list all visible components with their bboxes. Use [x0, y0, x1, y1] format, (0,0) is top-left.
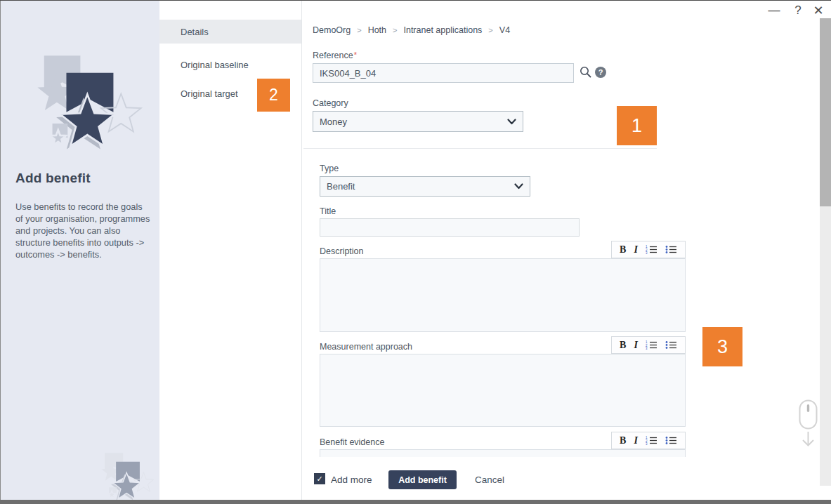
step-badge-1: 1	[617, 106, 657, 145]
close-button[interactable]: ✕	[809, 2, 827, 19]
measurement-approach-textarea[interactable]	[320, 354, 686, 427]
help-icon: ?	[794, 4, 801, 18]
footer-bar	[303, 457, 820, 500]
add-more-checkbox[interactable]: ✓	[314, 473, 325, 484]
benefit-evidence-toolbar: B I 1 2 3	[611, 432, 686, 449]
mouse-scroll-icon	[799, 399, 818, 430]
description-textarea[interactable]	[320, 258, 686, 332]
scrollbar-thumb[interactable]	[820, 18, 831, 206]
minimize-button[interactable]: —	[765, 2, 783, 19]
add-benefit-dialog: Add benefit Use benefits to record the g…	[0, 0, 831, 504]
type-select[interactable]: Benefit	[320, 176, 530, 197]
dialog-title: Add benefit	[15, 171, 91, 186]
minimize-icon: —	[768, 4, 780, 18]
svg-text:3: 3	[646, 347, 648, 350]
bold-button[interactable]: B	[620, 340, 626, 351]
bullet-list-button[interactable]	[665, 340, 677, 350]
type-selected-value: Benefit	[327, 181, 355, 192]
window-left-border	[0, 1, 1, 500]
italic-button[interactable]: I	[634, 435, 637, 446]
description-toolbar: B I 1 2 3	[611, 241, 686, 258]
dialog-nav-panel: Details Original baseline Original targe…	[159, 1, 302, 500]
window-bottom-border	[0, 500, 831, 504]
nav-item-label: Original baseline	[181, 60, 249, 70]
bullet-list-button[interactable]	[665, 245, 677, 254]
ordered-list-button[interactable]: 1 2 3	[646, 340, 657, 350]
measurement-approach-label: Measurement approach	[320, 342, 412, 352]
nav-item-label: Original target	[181, 88, 238, 99]
breadcrumb: DemoOrg > Hoth > Intranet applications >…	[313, 25, 510, 35]
svg-text:3: 3	[646, 251, 648, 254]
breadcrumb-item[interactable]: Intranet applications	[403, 25, 482, 35]
breadcrumb-item[interactable]: V4	[499, 25, 510, 35]
field-help-icon[interactable]: ?	[595, 67, 606, 78]
benefit-stars-illustration-small	[91, 440, 158, 501]
italic-button[interactable]: I	[634, 340, 637, 351]
add-benefit-button[interactable]: Add benefit	[388, 470, 457, 489]
breadcrumb-separator: >	[393, 26, 397, 34]
italic-button[interactable]: I	[634, 244, 637, 256]
add-more-label: Add more	[331, 475, 372, 485]
dialog-description: Use benefits to record the goals of your…	[15, 201, 150, 260]
breadcrumb-item[interactable]: DemoOrg	[313, 25, 351, 35]
search-icon[interactable]	[579, 65, 593, 79]
bullet-list-button[interactable]	[665, 436, 677, 445]
nav-item-label: Details	[181, 27, 209, 37]
title-input[interactable]	[320, 218, 580, 237]
breadcrumb-separator: >	[488, 26, 492, 34]
benefit-stars-illustration	[16, 24, 150, 157]
scrollbar-track[interactable]	[820, 18, 831, 486]
checkmark-icon: ✓	[316, 475, 322, 484]
nav-item-original-baseline[interactable]: Original baseline	[159, 53, 301, 77]
sidebar: Add benefit Use benefits to record the g…	[1, 1, 159, 500]
nav-item-details[interactable]: Details	[159, 20, 301, 44]
breadcrumb-separator: >	[357, 26, 361, 34]
cancel-button[interactable]: Cancel	[475, 475, 504, 485]
category-label: Category	[313, 98, 348, 108]
chevron-down-icon	[507, 119, 516, 125]
ordered-list-button[interactable]: 1 2 3	[646, 436, 657, 445]
help-glyph: ?	[598, 68, 603, 77]
category-select[interactable]: Money	[313, 111, 523, 132]
chevron-down-icon	[514, 183, 523, 190]
step-badge-2: 2	[257, 79, 290, 112]
scroll-down-arrow-icon	[801, 431, 815, 451]
description-label: Description	[320, 246, 364, 256]
step-badge-3: 3	[702, 327, 742, 366]
measurement-approach-toolbar: B I 1 2 3	[611, 336, 686, 354]
benefit-evidence-textarea[interactable]	[320, 449, 686, 457]
reference-label: Reference*	[313, 51, 357, 60]
type-label: Type	[320, 164, 339, 173]
breadcrumb-item[interactable]: Hoth	[368, 25, 386, 35]
required-asterisk: *	[354, 51, 357, 59]
close-icon: ✕	[813, 3, 823, 18]
svg-text:3: 3	[646, 442, 648, 445]
section-divider	[303, 148, 657, 149]
category-selected-value: Money	[320, 117, 347, 127]
window-help-button[interactable]: ?	[789, 2, 807, 19]
ordered-list-button[interactable]: 1 2 3	[646, 245, 657, 254]
benefit-evidence-label: Benefit evidence	[320, 437, 384, 447]
bold-button[interactable]: B	[620, 435, 626, 446]
title-label: Title	[320, 206, 336, 216]
reference-input[interactable]	[313, 63, 574, 83]
bold-button[interactable]: B	[620, 244, 626, 256]
